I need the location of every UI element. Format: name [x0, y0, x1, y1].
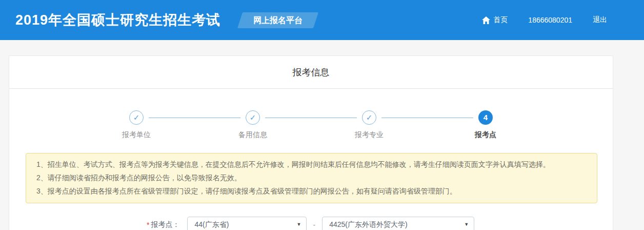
step-item-2: ✓ 备用信息	[195, 110, 311, 140]
platform-badge-label: 网上报名平台	[253, 16, 303, 25]
step-item-4-active: 4 报考点	[428, 110, 544, 140]
notice-line-2: 2、请仔细阅读省招办和报考点的网报公告，以免导致报名无效。	[36, 171, 587, 184]
content-card: 报考信息 ✓ 报考单位 ✓ 备用信息 ✓ 报考专业 4 报考点 1、招生单位、考…	[9, 55, 613, 230]
check-icon: ✓	[250, 113, 256, 122]
exam-site-form-row: * 报考点： 44(广东省) ▼ - 4425(广东外语外贸大学) ▼	[147, 217, 613, 230]
progress-steps: ✓ 报考单位 ✓ 备用信息 ✓ 报考专业 4 报考点	[78, 110, 544, 140]
check-icon: ✓	[366, 113, 373, 122]
caret-down-icon: ▼	[297, 217, 301, 230]
home-icon	[482, 16, 490, 24]
nav-home-label: 首页	[493, 15, 508, 25]
exam-site-select[interactable]: 4425(广东外语外贸大学) ▼	[322, 217, 474, 230]
app-header: 2019年全国硕士研究生招生考试 网上报名平台 首页 18666080201 退…	[0, 0, 644, 40]
step-4-circle: 4	[478, 110, 493, 125]
province-select[interactable]: 44(广东省) ▼	[187, 217, 307, 230]
step-4-label: 报考点	[428, 130, 544, 140]
caret-down-icon: ▼	[464, 217, 469, 230]
check-icon: ✓	[133, 113, 140, 122]
page-title: 报考信息	[9, 56, 613, 89]
nav-logout-link[interactable]: 退出	[593, 15, 607, 25]
step-2-circle: ✓	[246, 110, 260, 125]
step-1-label: 报考单位	[78, 130, 195, 140]
step-3-label: 报考专业	[311, 130, 428, 140]
platform-badge: 网上报名平台	[240, 12, 316, 28]
step-3-circle: ✓	[362, 110, 376, 125]
required-asterisk: *	[147, 221, 149, 229]
exam-site-field-label: 报考点：	[151, 220, 179, 229]
nav-home-link[interactable]: 首页	[482, 15, 508, 25]
province-select-value: 44(广东省)	[194, 217, 229, 230]
select-separator: -	[313, 221, 315, 229]
step-2-label: 备用信息	[195, 130, 311, 140]
step-item-1: ✓ 报考单位	[78, 110, 195, 140]
notice-line-3: 3、报考点的设置由各报考点所在省级管理部门设定，请仔细阅读报考点及省级管理部门的…	[36, 184, 587, 198]
step-item-3: ✓ 报考专业	[311, 110, 428, 140]
step-1-circle: ✓	[129, 110, 144, 125]
notice-line-1: 1、招生单位、考试方式、报考点等为报考关键信息，在提交信息后不允许修改，网报时间…	[36, 158, 587, 171]
notice-box: 1、招生单位、考试方式、报考点等为报考关键信息，在提交信息后不允许修改，网报时间…	[26, 153, 597, 203]
exam-site-select-value: 4425(广东外语外贸大学)	[329, 217, 407, 230]
header-nav: 首页 18666080201 退出	[482, 15, 644, 25]
nav-phone-number: 18666080201	[528, 16, 572, 24]
app-title: 2019年全国硕士研究生招生考试	[15, 11, 220, 29]
